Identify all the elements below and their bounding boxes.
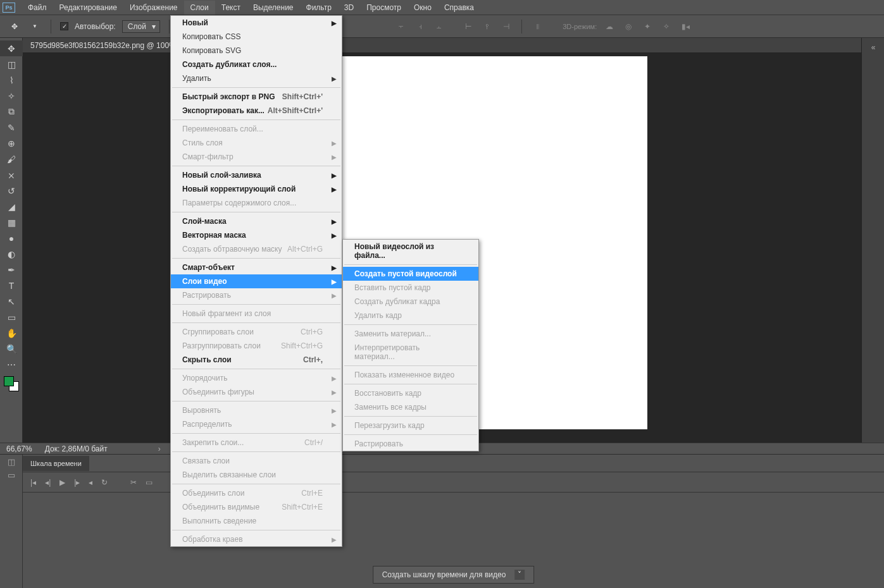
menu-текст[interactable]: Текст — [215, 1, 247, 15]
menu-item-label: Заменить материал... — [354, 329, 431, 338]
audio-icon[interactable]: ◂ — [89, 478, 92, 487]
eyedropper-tool[interactable]: ✎ — [0, 119, 23, 135]
menu-выделение[interactable]: Выделение — [247, 1, 300, 15]
marquee-tool[interactable]: ◫ — [0, 56, 23, 72]
create-video-timeline-button[interactable]: Создать шкалу времени для видео ˅ — [373, 566, 535, 584]
shape-tool[interactable]: ▭ — [0, 309, 23, 325]
blur-tool[interactable]: ● — [0, 230, 23, 246]
autoselect-target-select[interactable]: Слой — [122, 20, 160, 33]
color-swatch[interactable] — [4, 376, 19, 391]
video-layers-submenu[interactable]: Новый видеослой из файла...Создать пусто… — [342, 239, 479, 451]
menu-окно[interactable]: Окно — [408, 1, 438, 15]
menu-item-label: Связать слои — [182, 456, 230, 465]
transition-icon[interactable]: ▭ — [146, 478, 153, 487]
hand-tool[interactable]: ✋ — [0, 325, 23, 341]
menu-separator — [172, 119, 340, 120]
foreground-color[interactable] — [4, 376, 14, 386]
menu-3d[interactable]: 3D — [338, 1, 360, 15]
history-tool[interactable]: ↺ — [0, 183, 23, 199]
menu-файл[interactable]: Файл — [22, 1, 53, 15]
timeline-side-icons: ◫ ▭ — [0, 455, 23, 588]
align-right-icon[interactable]: ⊣ — [500, 20, 513, 33]
menu-редактирование[interactable]: Редактирование — [53, 1, 123, 15]
loop-icon[interactable]: ↻ — [101, 478, 108, 487]
menu-слои[interactable]: Слои — [184, 1, 215, 15]
stamp-tool[interactable]: ⨯ — [0, 167, 23, 183]
crop-tool[interactable]: ⧉ — [0, 104, 23, 119]
menu-shortcut: Shift+Ctrl+G — [281, 341, 323, 350]
more-tool[interactable]: ⋯ — [0, 357, 23, 372]
path-tool[interactable]: ↖ — [0, 293, 23, 309]
menu-item[interactable]: Новый слой-заливка▶ — [171, 168, 342, 182]
first-frame-icon[interactable]: |◂ — [30, 478, 36, 487]
layers-menu-dropdown[interactable]: Новый▶Копировать CSSКопировать SVGСоздат… — [170, 15, 342, 547]
cta-dropdown-icon[interactable]: ˅ — [514, 570, 525, 580]
menu-фильтр[interactable]: Фильтр — [300, 1, 338, 15]
menu-item[interactable]: Смарт-объект▶ — [171, 260, 342, 274]
menu-shortcut: Alt+Shift+Ctrl+' — [268, 106, 323, 115]
zoom-level[interactable]: 66,67% — [6, 444, 32, 453]
3d-orbit-icon[interactable]: ☁ — [603, 20, 616, 33]
menu-item-label: Экспортировать как... — [182, 106, 265, 115]
brush-tool[interactable]: 🖌 — [0, 151, 23, 167]
align-bottom-icon[interactable]: ⫠ — [433, 20, 445, 33]
menu-item[interactable]: Быстрый экспорт в PNGShift+Ctrl+' — [171, 90, 342, 104]
align-vcenter-icon[interactable]: ⫞ — [414, 20, 426, 33]
3d-camera-icon[interactable]: ▮◂ — [679, 20, 692, 33]
menu-item[interactable]: Слои видео▶ — [171, 274, 342, 288]
heal-tool[interactable]: ⊕ — [0, 135, 23, 151]
frame-panel-icon[interactable]: ◫ — [8, 457, 15, 467]
menu-item[interactable]: Копировать CSS — [171, 30, 342, 44]
type-tool[interactable]: T — [0, 278, 23, 293]
menu-item-label: Создать обтравочную маску — [182, 245, 282, 254]
options-bar: ✥ ▼ Автовыбор: Слой Показа ⫟ ⫞ ⫠ ⊢ ⫯ ⊣ ⫴… — [0, 15, 884, 38]
menu-item[interactable]: Слой-маска▶ — [171, 214, 342, 228]
next-frame-icon[interactable]: |▸ — [74, 478, 80, 487]
menu-item: Смарт-фильтр▶ — [171, 150, 342, 164]
dodge-tool[interactable]: ◐ — [0, 246, 23, 262]
align-top-icon[interactable]: ⫟ — [395, 20, 408, 33]
menu-item[interactable]: Векторная маска▶ — [171, 228, 342, 242]
eraser-tool[interactable]: ◢ — [0, 199, 23, 214]
3d-slide-icon[interactable]: ✦ — [641, 20, 654, 33]
menu-item-label: Скрыть слои — [182, 355, 232, 364]
zoom-tool[interactable]: 🔍 — [0, 341, 23, 357]
play-icon[interactable]: ▶ — [59, 478, 65, 487]
expand-icon[interactable]: › — [158, 444, 161, 453]
menu-item[interactable]: Новый корректирующий слой▶ — [171, 182, 342, 196]
prev-frame-icon[interactable]: ◂| — [45, 478, 51, 487]
distribute-icon[interactable]: ⫴ — [531, 20, 544, 33]
timeline-tab[interactable]: Шкала времени — [23, 456, 89, 471]
submenu-arrow-icon: ▶ — [332, 264, 337, 271]
autoselect-checkbox[interactable] — [60, 22, 68, 30]
menu-item[interactable]: Создать пустой видеослой — [343, 267, 478, 281]
video-panel-icon[interactable]: ▭ — [8, 470, 15, 480]
align-left-icon[interactable]: ⊢ — [462, 20, 475, 33]
wand-tool[interactable]: ✧ — [0, 88, 23, 104]
document-tab[interactable]: 5795d985e3f081562159b32e.png @ 100% (R — [30, 41, 186, 50]
menu-item-label: Заменить все кадры — [354, 403, 426, 412]
menu-item[interactable]: Копировать SVG — [171, 44, 342, 58]
menu-item[interactable]: Экспортировать как...Alt+Shift+Ctrl+' — [171, 104, 342, 118]
menu-справка[interactable]: Справка — [438, 1, 480, 15]
move-tool[interactable]: ✥ — [0, 40, 23, 56]
dropdown-arrow-icon[interactable]: ▼ — [28, 20, 42, 34]
menu-изображение[interactable]: Изображение — [123, 1, 184, 15]
menu-item[interactable]: Удалить▶ — [171, 71, 342, 85]
collapse-panel-icon[interactable]: « — [862, 38, 884, 57]
menu-item: Упорядочить▶ — [171, 371, 342, 385]
doc-info: Док: 2,86M/0 байт — [45, 444, 108, 453]
pen-tool[interactable]: ✒ — [0, 262, 23, 278]
3d-pan-icon[interactable]: ◎ — [622, 20, 635, 33]
lasso-tool[interactable]: ⌇ — [0, 72, 23, 88]
3d-scale-icon[interactable]: ✧ — [660, 20, 673, 33]
submenu-arrow-icon: ▶ — [332, 536, 337, 543]
align-hcenter-icon[interactable]: ⫯ — [481, 20, 494, 33]
menu-item[interactable]: Скрыть слоиCtrl+, — [171, 353, 342, 367]
gradient-tool[interactable]: ▦ — [0, 214, 23, 230]
cut-icon[interactable]: ✂ — [130, 478, 137, 487]
menu-просмотр[interactable]: Просмотр — [360, 1, 408, 15]
menu-item[interactable]: Новый видеослой из файла... — [343, 240, 478, 262]
menu-item[interactable]: Создать дубликат слоя... — [171, 58, 342, 71]
menu-item[interactable]: Новый▶ — [171, 16, 342, 30]
